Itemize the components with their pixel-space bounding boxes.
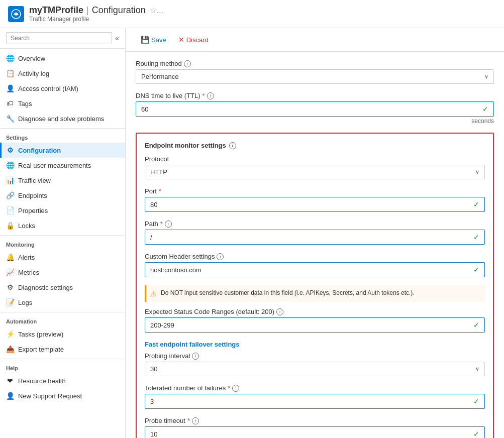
discard-button[interactable]: ✕ Discard xyxy=(173,33,214,46)
probing-interval-label: Probing interval i xyxy=(145,352,485,360)
sidebar-item-endpoints[interactable]: 🔗 Endpoints xyxy=(0,188,125,203)
diagnose-icon: 🔧 xyxy=(6,115,14,123)
configuration-icon: ⚙ xyxy=(6,146,14,154)
failures-check-icon: ✓ xyxy=(473,397,479,405)
port-input[interactable]: 80 ✓ xyxy=(145,197,485,212)
configuration-content: Routing method i Performance ∨ DNS time … xyxy=(126,52,504,438)
routing-info-icon[interactable]: i xyxy=(184,60,191,67)
failures-required-marker: * xyxy=(228,384,230,392)
resource-name: myTMProfile xyxy=(29,5,83,16)
sidebar-label-locks: Locks xyxy=(18,222,35,230)
path-check-icon: ✓ xyxy=(473,233,479,241)
failures-input[interactable]: 3 ✓ xyxy=(145,394,485,409)
sidebar-item-metrics[interactable]: 📈 Metrics xyxy=(0,265,125,280)
sidebar-item-activity-log[interactable]: 📋 Activity log xyxy=(0,66,125,81)
custom-header-info-icon[interactable]: i xyxy=(217,253,224,260)
logs-icon: 📝 xyxy=(6,298,14,306)
sidebar-item-export[interactable]: 📤 Export template xyxy=(0,342,125,357)
probing-interval-dropdown[interactable]: 30 ∨ xyxy=(145,362,485,376)
main-layout: « 🌐 Overview 📋 Activity log 👤 Access con… xyxy=(0,28,504,438)
automation-section-label: Automation xyxy=(0,312,125,326)
custom-header-label: Custom Header settings i xyxy=(145,253,485,260)
fast-failover-title: Fast endpoint failover settings xyxy=(145,341,485,348)
sidebar-item-real-user[interactable]: 🌐 Real user measurements xyxy=(0,158,125,173)
sidebar-item-diagnostic[interactable]: ⚙ Diagnostic settings xyxy=(0,280,125,295)
protocol-dropdown[interactable]: HTTP ∨ xyxy=(145,165,485,179)
save-button[interactable]: 💾 Save xyxy=(136,33,171,46)
settings-section-label: Settings xyxy=(0,128,125,143)
routing-method-group: Routing method i Performance ∨ xyxy=(136,60,494,84)
sidebar-collapse-button[interactable]: « xyxy=(115,34,119,42)
sidebar-item-tasks[interactable]: ⚡ Tasks (preview) xyxy=(0,326,125,342)
tasks-icon: ⚡ xyxy=(6,330,14,338)
probing-chevron-icon: ∨ xyxy=(475,366,479,372)
resource-type-label: Traffic Manager profile xyxy=(29,16,163,23)
probe-timeout-input[interactable]: 10 ✓ xyxy=(145,426,485,438)
sidebar-item-logs[interactable]: 📝 Logs xyxy=(0,295,125,310)
endpoint-monitor-title: Endpoint monitor settings i xyxy=(145,142,485,149)
routing-method-dropdown[interactable]: Performance ∨ xyxy=(136,69,494,84)
help-section-label: Help xyxy=(0,359,125,373)
probing-info-icon[interactable]: i xyxy=(192,353,199,360)
dns-required-marker: * xyxy=(203,92,205,99)
real-user-icon: 🌐 xyxy=(6,161,14,169)
sidebar-label-traffic-view: Traffic view xyxy=(18,177,51,184)
access-control-icon: 👤 xyxy=(6,84,14,92)
sidebar-label-real-user: Real user measurements xyxy=(18,162,91,169)
sidebar-item-overview[interactable]: 🌐 Overview xyxy=(0,51,125,66)
protocol-group: Protocol HTTP ∨ xyxy=(145,155,485,179)
header-title-area: myTMProfile | Configuration ☆ ... Traffi… xyxy=(29,5,163,23)
sidebar-label-resource-health: Resource health xyxy=(18,377,66,385)
sidebar-item-tags[interactable]: 🏷 Tags xyxy=(0,96,125,111)
sidebar-item-support[interactable]: 👤 New Support Request xyxy=(0,388,125,403)
main-content: 💾 Save ✕ Discard Routing method i Perfor… xyxy=(126,28,504,438)
export-icon: 📤 xyxy=(6,345,14,353)
sidebar-label-configuration: Configuration xyxy=(18,147,61,154)
path-input[interactable]: / ✓ xyxy=(145,230,485,245)
sidebar-label-endpoints: Endpoints xyxy=(18,192,47,199)
path-info-icon[interactable]: i xyxy=(165,221,172,228)
routing-method-label: Routing method i xyxy=(136,60,494,67)
overview-icon: 🌐 xyxy=(6,54,14,62)
sidebar-label-alerts: Alerts xyxy=(18,254,35,261)
sensitive-data-warning: ⚠ Do NOT input sensitive customer data i… xyxy=(145,285,485,302)
status-codes-group: Expected Status Code Ranges (default: 20… xyxy=(145,308,485,333)
sidebar-item-properties[interactable]: 📄 Properties xyxy=(0,203,125,218)
dns-ttl-input[interactable]: 60 ✓ xyxy=(136,101,494,117)
status-codes-info-icon[interactable]: i xyxy=(276,308,283,315)
sidebar-item-locks[interactable]: 🔒 Locks xyxy=(0,218,125,233)
endpoint-monitor-info-icon[interactable]: i xyxy=(229,142,236,149)
sidebar-label-activity-log: Activity log xyxy=(18,70,49,77)
monitoring-section-label: Monitoring xyxy=(0,235,125,250)
support-icon: 👤 xyxy=(6,392,14,400)
discard-label: Discard xyxy=(186,36,209,44)
sidebar-item-resource-health[interactable]: ❤ Resource health xyxy=(0,373,125,388)
custom-header-input[interactable]: host:contoso.com ✓ xyxy=(145,262,485,277)
port-required-marker: * xyxy=(159,187,161,195)
header-separator: | xyxy=(86,5,89,16)
discard-icon: ✕ xyxy=(178,36,184,44)
save-label: Save xyxy=(151,36,166,44)
protocol-label: Protocol xyxy=(145,155,485,163)
search-input[interactable] xyxy=(6,32,112,44)
dns-info-icon[interactable]: i xyxy=(207,92,214,99)
sidebar-label-tags: Tags xyxy=(18,100,32,107)
sidebar-label-diagnostic: Diagnostic settings xyxy=(18,284,73,291)
sidebar-item-traffic-view[interactable]: 📊 Traffic view xyxy=(0,173,125,188)
status-codes-input[interactable]: 200-299 ✓ xyxy=(145,317,485,333)
sidebar-item-configuration[interactable]: ⚙ Configuration xyxy=(0,143,125,158)
warning-message: Do NOT input sensitive customer data in … xyxy=(161,289,415,296)
favorite-icon[interactable]: ☆ xyxy=(150,6,157,15)
timeout-info-icon[interactable]: i xyxy=(192,417,199,424)
endpoint-monitor-section: Endpoint monitor settings i Protocol HTT… xyxy=(136,133,494,438)
sidebar-label-overview: Overview xyxy=(18,55,45,62)
sidebar-item-access-control[interactable]: 👤 Access control (IAM) xyxy=(0,81,125,96)
sidebar-item-alerts[interactable]: 🔔 Alerts xyxy=(0,250,125,265)
more-options-icon[interactable]: ... xyxy=(157,6,163,15)
failures-info-icon[interactable]: i xyxy=(232,385,239,392)
sidebar-item-diagnose[interactable]: 🔧 Diagnose and solve problems xyxy=(0,111,125,126)
dns-ttl-group: DNS time to live (TTL) * i 60 ✓ seconds xyxy=(136,92,494,125)
dns-ttl-label: DNS time to live (TTL) * i xyxy=(136,92,494,99)
sidebar: « 🌐 Overview 📋 Activity log 👤 Access con… xyxy=(0,28,126,438)
page-title: Configuration xyxy=(92,5,146,16)
